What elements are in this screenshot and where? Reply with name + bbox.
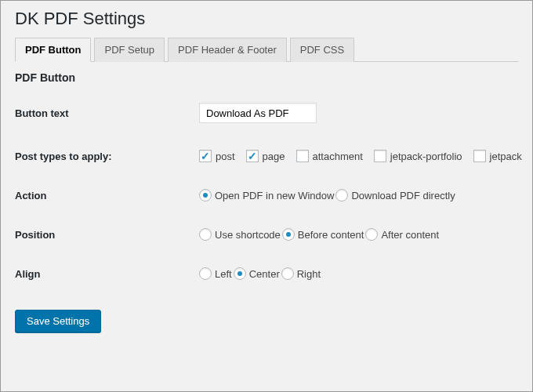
label-action: Action bbox=[15, 190, 199, 201]
radio-align-right[interactable] bbox=[281, 267, 294, 280]
checkbox-post[interactable] bbox=[199, 150, 212, 162]
tab-pdf-css[interactable]: PDF CSS bbox=[290, 38, 354, 62]
tab-pdf-setup[interactable]: PDF Setup bbox=[94, 38, 165, 62]
input-button-text[interactable] bbox=[199, 103, 317, 123]
settings-page: DK PDF Settings PDF Button PDF Setup PDF… bbox=[1, 1, 532, 391]
checkbox-jetpack-portfolio[interactable] bbox=[374, 150, 386, 162]
checkbox-label: jetpack bbox=[490, 151, 522, 162]
label-button-text: Button text bbox=[15, 107, 199, 119]
radio-label: After content bbox=[381, 229, 439, 241]
radio-label: Use shortcode bbox=[215, 229, 281, 241]
tabs-nav: PDF Button PDF Setup PDF Header & Footer… bbox=[15, 37, 518, 62]
radio-label: Open PDF in new Window bbox=[215, 190, 334, 201]
radio-position-before[interactable] bbox=[282, 228, 295, 241]
label-position: Position bbox=[15, 229, 199, 241]
section-title: PDF Button bbox=[15, 71, 518, 84]
radio-align-center[interactable] bbox=[234, 267, 246, 280]
radio-label: Download PDF directly bbox=[351, 190, 455, 201]
save-button[interactable]: Save Settings bbox=[15, 310, 101, 332]
checkbox-attachment[interactable] bbox=[296, 150, 309, 162]
row-post-types: Post types to apply: post page attachmen… bbox=[15, 150, 518, 162]
page-title: DK PDF Settings bbox=[15, 4, 518, 37]
tab-pdf-header-footer[interactable]: PDF Header & Footer bbox=[168, 38, 287, 62]
label-align: Align bbox=[15, 268, 199, 280]
row-action: Action Open PDF in new Window Download P… bbox=[15, 189, 518, 201]
checkbox-label: page bbox=[263, 151, 285, 162]
checkbox-label: jetpack-portfolio bbox=[390, 151, 462, 162]
radio-label: Left bbox=[215, 268, 232, 280]
row-align: Align Left Center Right bbox=[15, 267, 518, 280]
checkbox-jetpack[interactable] bbox=[473, 150, 486, 162]
checkbox-label: attachment bbox=[313, 151, 363, 162]
checkbox-page[interactable] bbox=[246, 150, 259, 162]
radio-label: Right bbox=[297, 268, 321, 280]
checkbox-label: post bbox=[216, 151, 235, 162]
radio-align-left[interactable] bbox=[199, 267, 212, 280]
radio-label: Before content bbox=[298, 229, 364, 241]
row-position: Position Use shortcode Before content Af… bbox=[15, 228, 518, 241]
label-post-types: Post types to apply: bbox=[15, 151, 199, 162]
radio-label: Center bbox=[249, 268, 280, 280]
radio-action-new-window[interactable] bbox=[199, 189, 212, 201]
radio-position-after[interactable] bbox=[365, 228, 378, 241]
row-button-text: Button text bbox=[15, 103, 518, 123]
radio-action-download[interactable] bbox=[335, 189, 348, 201]
tab-pdf-button[interactable]: PDF Button bbox=[15, 38, 91, 62]
radio-position-shortcode[interactable] bbox=[199, 228, 212, 241]
